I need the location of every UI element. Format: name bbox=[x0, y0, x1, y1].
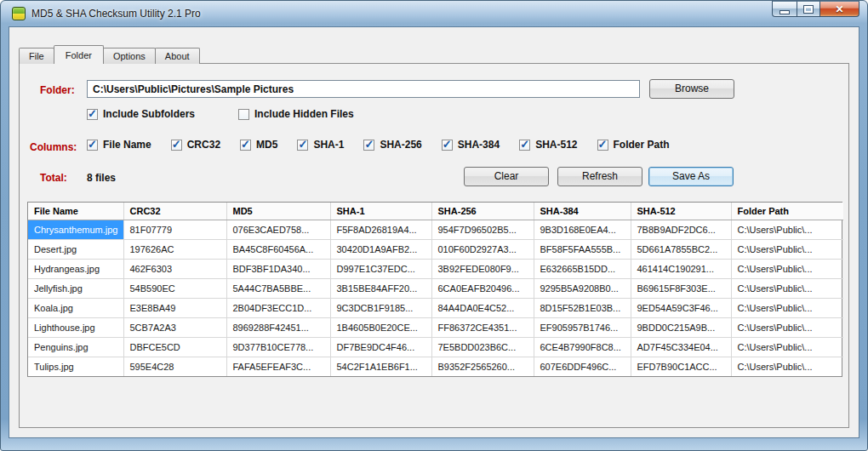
checksum-cell[interactable]: 954F7D96502B5... bbox=[431, 220, 534, 240]
checksum-cell[interactable]: 1B4605B0E20CE... bbox=[330, 318, 431, 338]
checksum-cell[interactable]: BA45C8F60456A... bbox=[226, 240, 330, 260]
checksum-cell[interactable]: 010F60D2927A3... bbox=[431, 240, 534, 260]
file-name-cell[interactable]: Jellyfish.jpg bbox=[28, 279, 123, 299]
checkbox-box-icon bbox=[238, 109, 249, 120]
folder-path-input[interactable] bbox=[87, 80, 640, 98]
checksum-cell[interactable]: 54C2F1A1EB6F1... bbox=[330, 357, 431, 377]
checksum-cell[interactable]: 9D377B10CE778... bbox=[226, 338, 330, 357]
table-header-row: File NameCRC32MD5SHA-1SHA-256SHA-384SHA-… bbox=[28, 203, 843, 220]
checksum-cell[interactable]: E3E8BA49 bbox=[123, 299, 226, 318]
column-header-sha-384[interactable]: SHA-384 bbox=[534, 203, 631, 220]
column-header-md5[interactable]: MD5 bbox=[226, 203, 330, 220]
checksum-cell[interactable]: 5A44C7BA5BBE... bbox=[226, 279, 330, 299]
checksum-cell[interactable]: 84A4DA0E4C52... bbox=[431, 299, 534, 318]
column-header-sha-256[interactable]: SHA-256 bbox=[431, 203, 534, 220]
checksum-cell[interactable]: 607E6DDF496C... bbox=[534, 357, 631, 377]
checksum-cell[interactable]: C:\Users\Public\... bbox=[731, 357, 843, 377]
checksum-cell[interactable]: 462F6303 bbox=[123, 260, 226, 279]
checksum-cell[interactable]: 6CA0EAFB20496... bbox=[431, 279, 534, 299]
checksum-cell[interactable]: C:\Users\Public\... bbox=[731, 299, 843, 318]
checksum-cell[interactable]: BF58F5FAA555B... bbox=[534, 240, 631, 260]
checksum-cell[interactable]: 9C3DCB1F9185... bbox=[330, 299, 431, 318]
checksum-cell[interactable]: DBFCE5CD bbox=[123, 338, 226, 357]
tab-file[interactable]: File bbox=[19, 48, 54, 64]
checksum-cell[interactable]: D997E1C37EDC... bbox=[330, 260, 431, 279]
file-name-cell[interactable]: Chrysanthemum.jpg bbox=[28, 220, 123, 240]
include-subfolders-checkbox[interactable]: Include Subfolders bbox=[87, 108, 195, 120]
checksum-cell[interactable]: 8D15F52B1E03B... bbox=[534, 299, 631, 318]
checksum-cell[interactable]: 076E3CAED758... bbox=[226, 220, 330, 240]
save-as-button[interactable]: Save As bbox=[648, 167, 734, 186]
checksum-cell[interactable]: C:\Users\Public\... bbox=[731, 220, 843, 240]
tab-options[interactable]: Options bbox=[103, 48, 156, 64]
tab-folder[interactable]: Folder bbox=[54, 45, 104, 64]
checksum-cell[interactable]: DF7BE9DC4F46... bbox=[330, 338, 431, 357]
checksum-cell[interactable]: 2B04DF3ECC1D... bbox=[226, 299, 330, 318]
checksum-cell[interactable]: 30420D1A9AFB2... bbox=[330, 240, 431, 260]
file-name-cell[interactable]: Desert.jpg bbox=[28, 240, 123, 260]
column-checkbox-sha-512[interactable]: SHA-512 bbox=[519, 139, 577, 151]
checksum-cell[interactable]: EFD7B90C1ACC... bbox=[631, 357, 731, 377]
checksum-cell[interactable]: C:\Users\Public\... bbox=[731, 279, 843, 299]
checksum-cell[interactable]: C:\Users\Public\... bbox=[731, 338, 843, 357]
column-checkbox-crc32[interactable]: CRC32 bbox=[171, 139, 220, 151]
refresh-button[interactable]: Refresh bbox=[557, 167, 642, 186]
checksum-cell[interactable]: 461414C190291... bbox=[631, 260, 731, 279]
checksum-cell[interactable]: 81F07779 bbox=[123, 220, 226, 240]
checksum-cell[interactable]: E632665B15DD... bbox=[534, 260, 631, 279]
checksum-cell[interactable]: 595E4C28 bbox=[123, 357, 226, 377]
checksum-cell[interactable]: 8969288F42451... bbox=[226, 318, 330, 338]
checksum-cell[interactable]: 3B92FEDE080F9... bbox=[431, 260, 534, 279]
checksum-cell[interactable]: 7B8B9ADF2DC6... bbox=[631, 220, 731, 240]
column-checkbox-md5[interactable]: MD5 bbox=[240, 139, 277, 151]
checksum-cell[interactable]: 9BDD0C215A9B... bbox=[631, 318, 731, 338]
checksum-cell[interactable]: BDF3BF1DA340... bbox=[226, 260, 330, 279]
checksum-cell[interactable]: 197626AC bbox=[123, 240, 226, 260]
column-header-sha-512[interactable]: SHA-512 bbox=[631, 203, 731, 220]
checksum-cell[interactable]: 7E5BDD023B6C... bbox=[431, 338, 534, 357]
titlebar[interactable]: MD5 & SHA Checksum Utility 2.1 Pro ✕ bbox=[1, 1, 867, 26]
checksum-cell[interactable]: C:\Users\Public\... bbox=[731, 318, 843, 338]
column-header-file-name[interactable]: File Name bbox=[28, 203, 123, 220]
checksum-cell[interactable]: 3B15BE84AFF20... bbox=[330, 279, 431, 299]
close-icon: ✕ bbox=[835, 4, 843, 14]
checksum-cell[interactable]: F5F8AD26819A4... bbox=[330, 220, 431, 240]
browse-button[interactable]: Browse bbox=[649, 79, 734, 99]
column-header-sha-1[interactable]: SHA-1 bbox=[330, 203, 431, 220]
column-header-crc32[interactable]: CRC32 bbox=[123, 203, 226, 220]
clear-button[interactable]: Clear bbox=[464, 167, 549, 186]
file-name-cell[interactable]: Penguins.jpg bbox=[28, 338, 123, 357]
checksum-cell[interactable]: 9295B5A9208B0... bbox=[534, 279, 631, 299]
checkbox-box-icon bbox=[240, 140, 251, 151]
minimize-button[interactable] bbox=[772, 1, 797, 17]
column-header-folder-path[interactable]: Folder Path bbox=[731, 203, 843, 220]
checksum-cell[interactable]: FAFA5EFEAF3C... bbox=[226, 357, 330, 377]
column-checkbox-file-name[interactable]: File Name bbox=[87, 139, 151, 151]
column-checkbox-sha-1[interactable]: SHA-1 bbox=[297, 139, 344, 151]
checksum-cell[interactable]: EF905957B1746... bbox=[534, 318, 631, 338]
checksum-cell[interactable]: 5CB7A2A3 bbox=[123, 318, 226, 338]
checksum-cell[interactable]: B69615F8F303E... bbox=[631, 279, 731, 299]
include-hidden-files-checkbox[interactable]: Include Hidden Files bbox=[238, 108, 354, 120]
checksum-cell[interactable]: 54B590EC bbox=[123, 279, 226, 299]
file-name-cell[interactable]: Hydrangeas.jpg bbox=[28, 260, 123, 279]
column-checkbox-folder-path[interactable]: Folder Path bbox=[597, 139, 670, 151]
checksum-cell[interactable]: 9ED54A59C3F46... bbox=[631, 299, 731, 318]
checksum-cell[interactable]: C:\Users\Public\... bbox=[731, 260, 843, 279]
maximize-button[interactable] bbox=[797, 1, 820, 17]
checksum-table: File NameCRC32MD5SHA-1SHA-256SHA-384SHA-… bbox=[27, 202, 842, 377]
file-name-cell[interactable]: Tulips.jpg bbox=[28, 357, 123, 377]
checksum-cell[interactable]: AD7F45C334E04... bbox=[631, 338, 731, 357]
checksum-cell[interactable]: 6CE4B7990F8C8... bbox=[534, 338, 631, 357]
checksum-cell[interactable]: 5D661A7855BC2... bbox=[631, 240, 731, 260]
close-button[interactable]: ✕ bbox=[820, 1, 859, 17]
checksum-cell[interactable]: 9B3D168E0EA4... bbox=[534, 220, 631, 240]
file-name-cell[interactable]: Lighthouse.jpg bbox=[28, 318, 123, 338]
tab-about[interactable]: About bbox=[155, 48, 200, 64]
file-name-cell[interactable]: Koala.jpg bbox=[28, 299, 123, 318]
checksum-cell[interactable]: C:\Users\Public\... bbox=[731, 240, 843, 260]
checksum-cell[interactable]: FF86372CE4351... bbox=[431, 318, 534, 338]
checksum-cell[interactable]: B9352F2565260... bbox=[431, 357, 534, 377]
column-checkbox-sha-384[interactable]: SHA-384 bbox=[442, 139, 500, 151]
column-checkbox-sha-256[interactable]: SHA-256 bbox=[363, 139, 421, 151]
